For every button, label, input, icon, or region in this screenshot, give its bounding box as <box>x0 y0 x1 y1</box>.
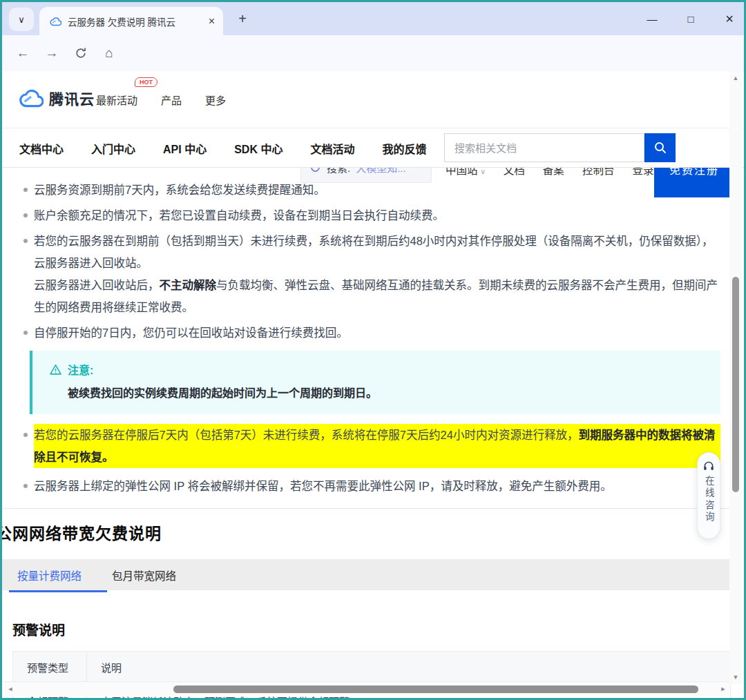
browser-window: ∨ 云服务器 欠费说明 腾讯云 × + — □ × ← → ⌂ <box>0 0 746 700</box>
tab-pay-as-you-go-network[interactable]: 按量计费网络 <box>2 559 97 590</box>
scroll-right-arrow[interactable]: ► <box>717 682 729 696</box>
browser-toolbar: ← → ⌂ cloud.tencent.com/document/product… <box>2 35 744 71</box>
column-header: 说明 <box>87 652 731 683</box>
reload-icon <box>75 47 87 59</box>
cloud-logo-icon <box>17 88 44 108</box>
doc-nav-item-doc-activity[interactable]: 文档活动 <box>310 140 354 157</box>
window-controls: — □ × <box>644 2 737 35</box>
list-item: 云服务器上绑定的弹性公网 IP 将会被解绑并保留，若您不再需要此弹性公网 IP，… <box>23 475 720 497</box>
bullet-text: 若您的云服务器在到期前（包括到期当天）未进行续费，系统将在到期后约48小时内对其… <box>34 235 714 269</box>
tab-search-button[interactable]: ∨ <box>9 8 34 31</box>
bullet-list: 若您的云服务器在停服后7天内（包括第7天）未进行续费，系统将在停服7天后约24小… <box>2 422 731 497</box>
bullet-dot <box>23 188 28 192</box>
home-button[interactable]: ⌂ <box>99 43 119 63</box>
browser-tab[interactable]: 云服务器 欠费说明 腾讯云 × <box>39 7 223 35</box>
paragraph-text: 云服务器进入回收站后， <box>34 279 160 291</box>
doc-search-input[interactable] <box>444 133 644 162</box>
vertical-scrollbar[interactable]: ▲ ▼ <box>729 71 742 684</box>
note-header: 注意: <box>49 361 704 378</box>
column-header: 预警类型 <box>13 652 87 683</box>
bullet-continuation: 云服务器进入回收站后，不主动解除与负载均衡、弹性云盘、基础网络互通的挂载关系。到… <box>34 274 720 318</box>
warning-triangle-icon <box>49 363 62 376</box>
bullet-text: 账户余额充足的情况下，若您已设置自动续费，设备在到期当日会执行自动续费。 <box>34 209 444 222</box>
note-callout: 注意: 被续费找回的实例续费周期的起始时间为上一个周期的到期日。 <box>30 351 720 414</box>
scroll-down-arrow[interactable]: ▼ <box>729 672 742 683</box>
bullet-dot <box>23 239 28 243</box>
scroll-left-arrow[interactable]: ◄ <box>4 682 17 696</box>
new-tab-button[interactable]: + <box>233 9 252 28</box>
note-label: 注意: <box>68 361 93 378</box>
list-item: 若您的云服务器在到期前（包括到期当天）未进行续费，系统将在到期后约48小时内对其… <box>23 230 720 318</box>
menu-item-activities[interactable]: 最新活动 HOT <box>96 93 137 107</box>
logo-text: 腾讯云 <box>49 88 95 108</box>
online-chat-widget[interactable]: 在线咨询 <box>697 452 720 539</box>
doc-nav-items: 文档中心 入门中心 API 中心 SDK 中心 文档活动 我的反馈 <box>19 129 426 168</box>
list-item: 账户余额充足的情况下，若您已设置自动续费，设备在到期当日会执行自动续费。 <box>23 204 720 226</box>
scroll-up-arrow[interactable]: ▲ <box>729 72 742 84</box>
doc-nav-item-sdk-center[interactable]: SDK 中心 <box>234 140 283 157</box>
tencent-cloud-logo[interactable]: 腾讯云 <box>17 88 95 108</box>
headset-icon <box>702 460 715 472</box>
maximize-button[interactable]: □ <box>683 13 698 25</box>
bold-text: 不主动解除 <box>160 279 217 291</box>
menu-item-label: 最新活动 <box>96 95 137 106</box>
section-title: 公网网络带宽欠费说明 <box>0 521 731 544</box>
menu-item-products[interactable]: 产品 <box>161 93 182 107</box>
doc-nav-item-getting-started[interactable]: 入门中心 <box>91 140 135 157</box>
menu-item-more[interactable]: 更多 <box>205 93 226 107</box>
doc-nav: 文档中心 入门中心 API 中心 SDK 中心 文档活动 我的反馈 <box>2 129 744 168</box>
chevron-down-icon: ∨ <box>18 14 25 25</box>
bullet-dot <box>23 331 28 335</box>
vertical-scrollbar-thumb[interactable] <box>732 277 739 492</box>
reload-button[interactable] <box>71 43 90 63</box>
search-icon <box>653 141 667 155</box>
close-window-button[interactable]: × <box>722 11 737 27</box>
note-body: 被续费找回的实例续费周期的起始时间为上一个周期的到期日。 <box>68 385 704 402</box>
horizontal-scrollbar[interactable]: ◄ ► <box>4 681 729 696</box>
site-header: 腾讯云 最新活动 HOT 产品 更多 搜索: 大模型知... 中国站∨ 文档 备… <box>2 71 744 128</box>
bullet-list: 云服务资源到期前7天内，系统会给您发送续费提醒通知。 账户余额充足的情况下，若您… <box>2 168 731 344</box>
highlight-normal: 若您的云服务器在停服后7天内（包括第7天）未进行续费，系统将在停服7天后约24小… <box>34 429 578 441</box>
active-tab-underline <box>9 590 107 592</box>
tencent-cloud-favicon-icon <box>49 17 61 26</box>
back-button[interactable]: ← <box>13 43 32 63</box>
header-menu: 最新活动 HOT 产品 更多 <box>96 71 226 128</box>
bullet-text: 云服务资源到期前7天内，系统会给您发送续费提醒通知。 <box>34 184 325 196</box>
forward-button[interactable]: → <box>42 43 61 63</box>
minimize-button[interactable]: — <box>644 13 660 25</box>
doc-nav-item-api-center[interactable]: API 中心 <box>163 140 207 157</box>
highlighted-text: 若您的云服务器在停服后7天内（包括第7天）未进行续费，系统将在停服7天后约24小… <box>34 424 720 468</box>
list-item: 云服务资源到期前7天内，系统会给您发送续费提醒通知。 <box>23 179 720 201</box>
tab-title: 云服务器 欠费说明 腾讯云 <box>68 14 203 28</box>
tab-monthly-bandwidth-network[interactable]: 包月带宽网络 <box>97 559 191 590</box>
horizontal-scrollbar-thumb[interactable] <box>173 686 698 693</box>
subsection-title: 预警说明 <box>12 620 731 639</box>
network-tabstrip: 按量计费网络 包月带宽网络 <box>2 559 731 590</box>
bullet-dot <box>23 213 28 217</box>
bullet-text: 自停服开始的7日内，您仍可以在回收站对设备进行续费找回。 <box>34 327 348 339</box>
tab-close-icon[interactable]: × <box>209 15 215 28</box>
doc-nav-item-doc-center[interactable]: 文档中心 <box>19 140 64 157</box>
section-divider <box>2 508 731 509</box>
doc-search-button[interactable] <box>644 133 676 162</box>
list-item-highlighted: 若您的云服务器在停服后7天内（包括第7天）未进行续费，系统将在停服7天后约24小… <box>23 424 720 468</box>
browser-titlebar: ∨ 云服务器 欠费说明 腾讯云 × + — □ × <box>2 2 744 35</box>
bullet-dot <box>23 433 28 437</box>
list-item: 自停服开始的7日内，您仍可以在回收站对设备进行续费找回。 <box>23 322 720 344</box>
doc-content: 云服务资源到期前7天内，系统会给您发送续费提醒通知。 账户余额充足的情况下，若您… <box>2 168 731 700</box>
hot-badge: HOT <box>135 77 157 87</box>
chat-widget-label: 在线咨询 <box>704 476 714 524</box>
bullet-text: 云服务器上绑定的弹性公网 IP 将会被解绑并保留，若您不再需要此弹性公网 IP，… <box>34 480 612 492</box>
table-header-row: 预警类型 说明 <box>13 652 731 683</box>
doc-nav-item-feedback[interactable]: 我的反馈 <box>382 140 426 157</box>
bullet-dot <box>23 484 28 488</box>
